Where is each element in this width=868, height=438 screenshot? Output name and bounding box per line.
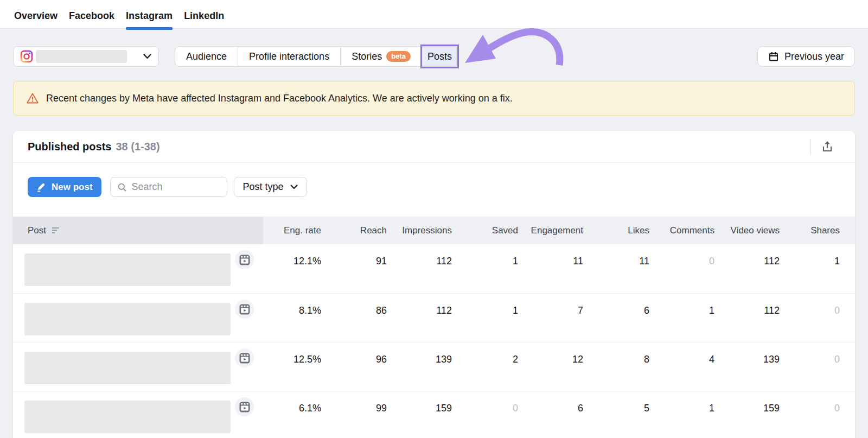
card-title: Published posts (28, 141, 111, 153)
cell-eng-rate: 6.1% (263, 391, 321, 438)
tab-instagram[interactable]: Instagram (126, 10, 173, 28)
post-thumbnail-placeholder (24, 401, 231, 433)
cell-comments: 0 (649, 244, 714, 293)
table-row[interactable]: 6.1%9915906511590 (13, 391, 855, 438)
cell-eng-rate: 12.5% (263, 342, 321, 391)
tab-overview[interactable]: Overview (14, 10, 58, 28)
new-post-button[interactable]: New post (28, 177, 101, 197)
post-cell[interactable] (13, 391, 263, 438)
segment-audience[interactable]: Audience (175, 47, 238, 66)
cell-reach: 96 (321, 342, 387, 391)
instagram-icon (20, 49, 34, 64)
cell-likes: 6 (583, 294, 649, 342)
video-post-icon (235, 397, 254, 416)
header-divider (810, 138, 811, 155)
cell-shares: 0 (780, 342, 855, 391)
cell-video-views: 159 (714, 391, 780, 438)
cell-comments: 1 (649, 391, 714, 438)
segment-profile-interactions[interactable]: Profile interactions (238, 47, 340, 66)
table-header: Post Eng. rateReachImpressionsSavedEngag… (13, 217, 855, 244)
video-post-icon (235, 300, 254, 319)
controls-row: Audience Profile interactions Storiesbet… (13, 46, 855, 67)
warning-text: Recent changes by Meta have affected Ins… (46, 93, 513, 104)
cell-shares: 1 (780, 244, 855, 293)
beta-badge: beta (386, 51, 411, 62)
search-icon (117, 182, 127, 192)
cell-reach: 86 (321, 294, 387, 342)
pencil-icon (36, 182, 47, 192)
cell-engagement: 12 (518, 342, 583, 391)
post-thumbnail-placeholder (24, 303, 231, 335)
column-header-impressions[interactable]: Impressions (387, 217, 452, 244)
card-header: Published posts 38 (1-38) (13, 131, 855, 163)
column-header-saved[interactable]: Saved (452, 217, 518, 244)
post-cell[interactable] (13, 244, 263, 293)
post-type-dropdown[interactable]: Post type (234, 177, 307, 197)
cell-comments: 1 (649, 294, 714, 342)
cell-saved: 1 (452, 244, 518, 293)
account-name-redacted (36, 50, 127, 63)
cell-eng-rate: 12.1% (263, 244, 321, 293)
top-navigation: Overview Facebook Instagram LinkedIn (0, 0, 868, 29)
cell-comments: 4 (649, 342, 714, 391)
cell-impressions: 112 (387, 294, 452, 342)
column-header-eng-rate[interactable]: Eng. rate (263, 217, 321, 244)
cell-engagement: 11 (518, 244, 583, 293)
chevron-down-icon (290, 185, 298, 189)
video-post-icon (235, 250, 254, 269)
search-input[interactable] (132, 181, 220, 193)
post-cell[interactable] (13, 294, 263, 342)
column-header-shares[interactable]: Shares (780, 217, 855, 244)
post-cell[interactable] (13, 342, 263, 391)
warning-banner: Recent changes by Meta have affected Ins… (13, 81, 855, 116)
video-post-icon (235, 348, 254, 367)
report-tabs: Audience Profile interactions Storiesbet… (175, 46, 458, 67)
segment-posts[interactable]: Posts (422, 47, 457, 66)
cell-saved: 1 (452, 294, 518, 342)
export-button[interactable] (820, 139, 834, 154)
search-box (110, 177, 227, 197)
column-header-post[interactable]: Post (13, 217, 263, 244)
cell-reach: 99 (321, 391, 387, 438)
cell-reach: 91 (321, 244, 387, 293)
cell-shares: 0 (780, 391, 855, 438)
cell-likes: 8 (583, 342, 649, 391)
column-header-reach[interactable]: Reach (321, 217, 387, 244)
warning-icon (26, 92, 39, 105)
previous-year-button[interactable]: Previous year (757, 46, 855, 67)
cell-video-views: 112 (714, 244, 780, 293)
cell-engagement: 7 (518, 294, 583, 342)
cell-video-views: 139 (714, 342, 780, 391)
table-body: 12.1%911121111101121 8.1%8611217611120 1… (13, 244, 855, 438)
post-thumbnail-placeholder (24, 253, 231, 286)
cell-impressions: 139 (387, 342, 452, 391)
published-posts-card: Published posts 38 (1-38) New p (13, 131, 855, 438)
cell-saved: 2 (452, 342, 518, 391)
cell-likes: 5 (583, 391, 649, 438)
account-selector[interactable] (13, 46, 159, 67)
tab-facebook[interactable]: Facebook (69, 10, 114, 28)
posts-count: 38 (1-38) (116, 141, 159, 153)
post-thumbnail-placeholder (24, 352, 231, 384)
column-header-video-views[interactable]: Video views (714, 217, 780, 244)
cell-likes: 11 (583, 244, 649, 293)
table-row[interactable]: 12.5%96139212841390 (13, 342, 855, 391)
table-row[interactable]: 8.1%8611217611120 (13, 293, 855, 342)
cell-impressions: 159 (387, 391, 452, 438)
sort-descending-icon (52, 227, 60, 234)
table-toolbar: New post Post type (13, 163, 855, 217)
column-header-likes[interactable]: Likes (583, 217, 649, 244)
tab-linkedin[interactable]: LinkedIn (184, 10, 224, 28)
cell-impressions: 112 (387, 244, 452, 293)
table-row[interactable]: 12.1%911121111101121 (13, 244, 855, 293)
cell-eng-rate: 8.1% (263, 294, 321, 342)
column-header-engagement[interactable]: Engagement (518, 217, 583, 244)
calendar-icon (768, 51, 779, 62)
cell-saved: 0 (452, 391, 518, 438)
column-header-comments[interactable]: Comments (649, 217, 714, 244)
segment-stories[interactable]: Storiesbeta (340, 47, 422, 66)
chevron-down-icon (143, 54, 151, 59)
cell-shares: 0 (780, 294, 855, 342)
cell-video-views: 112 (714, 294, 780, 342)
cell-engagement: 6 (518, 391, 583, 438)
